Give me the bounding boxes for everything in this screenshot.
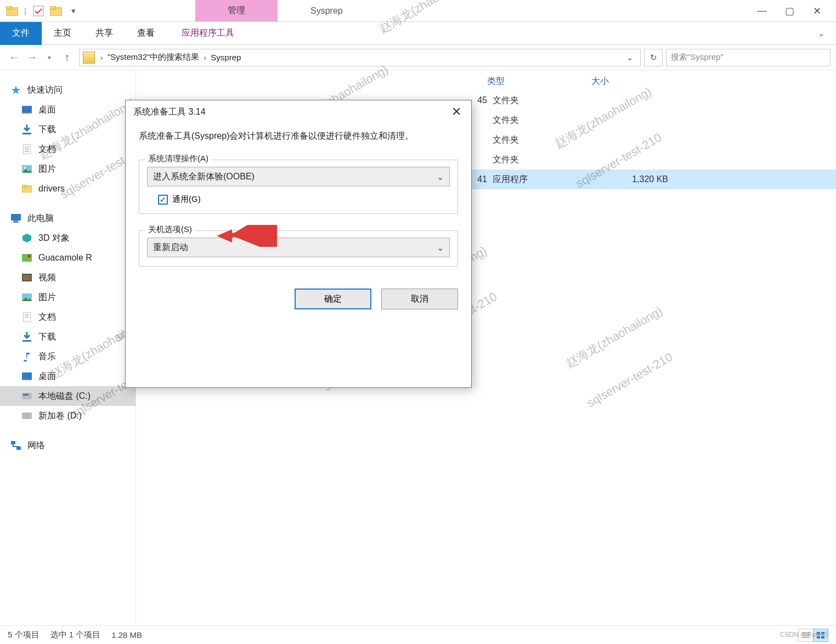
breadcrumb-1[interactable]: "System32"中的搜索结果 <box>105 52 201 63</box>
ribbon-expand-icon[interactable]: ⌄ <box>818 29 836 38</box>
breadcrumb-2[interactable]: Sysprep <box>208 53 243 62</box>
address-dropdown-icon[interactable]: ⌄ <box>623 53 637 63</box>
drive-icon <box>21 410 33 422</box>
nav-documents-2[interactable]: 文档 <box>0 307 135 327</box>
nav-local-disk-d[interactable]: 新加卷 (D:) <box>0 406 135 426</box>
refresh-button[interactable]: ↻ <box>644 49 663 66</box>
nav-downloads[interactable]: 下载 <box>0 120 135 139</box>
svg-marker-21 <box>22 234 31 242</box>
tab-home[interactable]: 主页 <box>42 22 83 45</box>
combo-value: 重新启动 <box>153 242 437 253</box>
svg-rect-25 <box>23 275 31 280</box>
computer-icon <box>10 212 22 224</box>
desktop-icon <box>21 370 33 382</box>
group-label-cleanup: 系统清理操作(A) <box>145 154 212 164</box>
close-button[interactable]: ✕ <box>803 5 831 17</box>
group-shutdown-options: 关机选项(S) 重新启动 ⌄ <box>139 230 458 267</box>
group-cleanup-action: 系统清理操作(A) 进入系统全新体验(OOBE) ⌄ ✓ 通用(G) <box>139 160 458 214</box>
svg-marker-5 <box>12 86 20 94</box>
tab-apptools[interactable]: 应用程序工具 <box>167 22 249 45</box>
nav-guacamole[interactable]: Guacamole R <box>0 248 135 268</box>
checkbox-generalize[interactable]: ✓ <box>158 195 168 205</box>
cancel-button[interactable]: 取消 <box>381 289 458 309</box>
dialog-description: 系统准备工具(Sysprep)会对计算机进行准备以便进行硬件独立和清理。 <box>139 129 458 143</box>
nav-desktop-2[interactable]: 桌面 <box>0 366 135 386</box>
nav-3d-objects[interactable]: 3D 对象 <box>0 228 135 248</box>
chevron-right-icon[interactable]: › <box>98 53 105 62</box>
nav-local-disk-c[interactable]: 本地磁盘 (C:) <box>0 386 135 406</box>
qat-dropdown-icon[interactable]: ▾ <box>67 4 80 18</box>
svg-marker-47 <box>217 229 232 242</box>
up-button[interactable]: ↑ <box>58 51 76 64</box>
ok-button[interactable]: 确定 <box>295 289 371 309</box>
combo-shutdown-option[interactable]: 重新启动 ⌄ <box>147 238 450 257</box>
redirect-icon <box>21 252 33 264</box>
close-icon[interactable]: ✕ <box>449 105 464 119</box>
chevron-right-icon[interactable]: › <box>201 53 208 62</box>
minimize-button[interactable]: — <box>748 5 776 16</box>
column-headers: 类型 大小 <box>136 70 836 91</box>
nav-quick-access[interactable]: 快速访问 <box>0 80 135 100</box>
download-icon <box>21 123 33 135</box>
nav-pictures-2[interactable]: 图片 <box>0 287 135 307</box>
status-items: 5 个项目 <box>8 630 39 640</box>
new-folder-icon[interactable] <box>49 4 63 18</box>
folder-icon <box>5 4 19 18</box>
column-size[interactable]: 大小 <box>591 76 685 87</box>
svg-rect-37 <box>11 441 15 444</box>
svg-rect-34 <box>22 393 32 399</box>
combo-cleanup-action[interactable]: 进入系统全新体验(OOBE) ⌄ <box>147 167 450 187</box>
document-icon <box>21 311 33 323</box>
cube-icon <box>21 232 33 244</box>
nav-pictures[interactable]: 图片 <box>0 159 135 179</box>
search-input[interactable]: 搜索"Sysprep" <box>666 49 831 66</box>
ribbon-tabs: 文件 主页 共享 查看 应用程序工具 ⌄ <box>0 22 836 45</box>
drive-icon <box>21 390 33 402</box>
column-type[interactable]: 类型 <box>487 76 591 87</box>
combo-value: 进入系统全新体验(OOBE) <box>153 171 437 183</box>
desktop-icon <box>21 104 33 116</box>
tab-share[interactable]: 共享 <box>83 22 125 45</box>
window-titlebar: | ▾ 管理 Sysprep — ▢ ✕ <box>0 0 836 22</box>
svg-rect-7 <box>22 112 32 114</box>
window-title: Sysprep <box>278 0 743 21</box>
checkbox-generalize-row[interactable]: ✓ 通用(G) <box>147 194 450 205</box>
dialog-titlebar[interactable]: 系统准备工具 3.14 ✕ <box>126 100 471 123</box>
address-bar[interactable]: › "System32"中的搜索结果 › Sysprep ⌄ <box>79 49 641 66</box>
nav-videos[interactable]: 视频 <box>0 268 135 287</box>
search-placeholder: 搜索"Sysprep" <box>671 52 724 63</box>
svg-rect-19 <box>14 221 18 222</box>
svg-rect-33 <box>22 379 32 380</box>
forward-button: → <box>23 51 41 64</box>
svg-rect-18 <box>11 214 21 221</box>
maximize-button[interactable]: ▢ <box>776 5 803 17</box>
properties-icon[interactable] <box>32 4 45 18</box>
navigation-pane: 快速访问 桌面 下载 文档 图片 drivers 此电脑 3D 对象 Guaca… <box>0 70 136 625</box>
annotation-arrow <box>217 225 277 247</box>
video-icon <box>21 272 33 284</box>
nav-desktop[interactable]: 桌面 <box>0 100 135 120</box>
recent-dropdown[interactable]: ▾ <box>41 54 58 61</box>
sysprep-dialog: 系统准备工具 3.14 ✕ 系统准备工具(Sysprep)会对计算机进行准备以便… <box>125 100 472 388</box>
svg-rect-4 <box>50 6 55 9</box>
back-button[interactable]: ← <box>5 51 23 64</box>
nav-documents[interactable]: 文档 <box>0 139 135 159</box>
navigation-bar: ← → ▾ ↑ › "System32"中的搜索结果 › Sysprep ⌄ ↻… <box>0 45 836 70</box>
dialog-title: 系统准备工具 3.14 <box>133 106 206 118</box>
tab-view[interactable]: 查看 <box>125 22 167 45</box>
nav-network[interactable]: 网络 <box>0 436 135 455</box>
tab-file[interactable]: 文件 <box>0 22 42 45</box>
status-selected: 选中 1 个项目 <box>50 630 101 640</box>
svg-rect-36 <box>22 413 32 419</box>
nav-drivers[interactable]: drivers <box>0 179 135 199</box>
nav-this-pc[interactable]: 此电脑 <box>0 208 135 228</box>
chevron-down-icon: ⌄ <box>437 172 444 182</box>
music-icon <box>21 351 33 363</box>
pictures-icon <box>21 291 33 303</box>
nav-downloads-2[interactable]: 下载 <box>0 327 135 347</box>
credit-text: CSDN @Raten5 <box>780 631 828 639</box>
context-tab-label: 管理 <box>195 0 278 21</box>
svg-rect-17 <box>22 185 26 187</box>
nav-music[interactable]: 音乐 <box>0 347 135 366</box>
status-size: 1.28 MB <box>111 630 142 640</box>
